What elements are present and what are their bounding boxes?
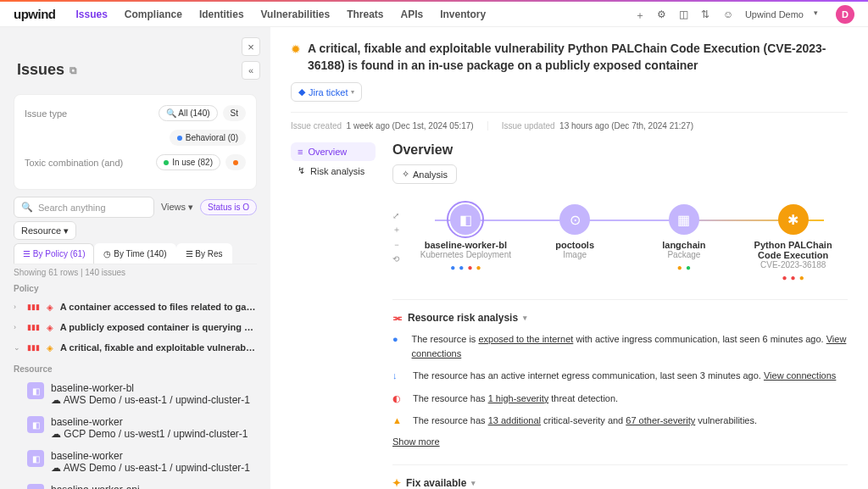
views-dropdown[interactable]: Views ▾ <box>161 202 193 213</box>
main-nav: IssuesComplianceIdentitiesVulnerabilitie… <box>76 8 487 20</box>
timestamps: Issue created 1 week ago (Dec 1st, 2024 … <box>291 112 848 131</box>
search-input[interactable]: 🔍 Search anything <box>14 197 154 218</box>
filter-pill[interactable]: 🔍 All (140) <box>159 105 217 121</box>
person-icon[interactable]: ☺ <box>723 8 735 20</box>
avatar[interactable]: D <box>836 5 854 24</box>
sidenav-risk-analysis[interactable]: ↯Risk analysis <box>291 161 376 181</box>
topbar: upwind IssuesComplianceIdentitiesVulnera… <box>0 2 868 27</box>
gear-icon[interactable]: ⚙ <box>657 8 669 20</box>
resource-section-label: Resource <box>14 364 257 374</box>
resource-dropdown[interactable]: Resource ▾ <box>14 221 76 240</box>
analysis-button[interactable]: ✧ Analysis <box>392 164 457 184</box>
graph-node[interactable]: ⊙poctoolsImage <box>524 204 626 259</box>
risk-analysis-heading[interactable]: ⫘ Resource risk analysis ▾ <box>392 312 848 324</box>
expand-icon[interactable]: ⤢ <box>392 211 401 220</box>
resource-icon: ◧ <box>27 416 44 433</box>
nav-inventory[interactable]: Inventory <box>440 8 486 20</box>
show-more-link[interactable]: Show more <box>392 436 440 447</box>
resource-row[interactable]: ◧baseline-worker-api☁ AWS Demo / us-east… <box>0 479 270 489</box>
jira-ticket-button[interactable]: ◆ Jira ticket ▾ <box>291 82 362 102</box>
row-count: Showing 61 rows | 140 issues <box>14 268 257 277</box>
risk-icon: ⫘ <box>392 312 403 324</box>
nav-issues[interactable]: Issues <box>76 8 108 20</box>
risk-item: ◐The resource has 1 high-severity threat… <box>392 392 848 406</box>
risk-item: ▲The resource has 13 additional critical… <box>392 414 848 428</box>
issues-sidebar: × « Issues ⧉ Issue type 🔍 All (140)St Be… <box>0 27 270 489</box>
status-filter-pill[interactable]: Status is O <box>200 199 257 215</box>
filter-pill[interactable]: St <box>223 105 246 121</box>
panel-title: Issues ⧉ <box>0 44 270 87</box>
filter-pill[interactable] <box>225 154 246 170</box>
logo: upwind <box>14 7 56 21</box>
policy-row[interactable]: ⌄▮▮▮◈A critical, fixable and exploitable… <box>0 337 270 358</box>
resource-row[interactable]: ◧baseline-worker-bl☁ AWS Demo / us-east-… <box>0 377 270 411</box>
collapse-button[interactable]: « <box>242 61 260 80</box>
policy-row[interactable]: ›▮▮▮◈A publicly exposed container is que… <box>0 317 270 337</box>
grouping-tabs: ☰ By Policy (61)◷ By Time (140)☰ By Res <box>14 243 257 264</box>
resource-icon: ◧ <box>27 382 44 399</box>
graph-node[interactable]: ◧baseline-worker-blKubernetes Deployment… <box>415 204 516 272</box>
org-label[interactable]: Upwind Demo <box>745 9 804 19</box>
nav-vulnerabilities[interactable]: Vulnerabilities <box>261 8 331 20</box>
risk-item: ●The resource is exposed to the internet… <box>392 332 848 360</box>
issue-detail: ✹ A critical, fixable and exploitable vu… <box>270 27 868 489</box>
chevron-down-icon: ▾ <box>471 479 476 487</box>
filter-label-toxic: Toxic combination (and) <box>25 158 123 168</box>
risk-item: ↓The resource has an active internet egr… <box>392 369 848 383</box>
external-link-icon[interactable]: ⧉ <box>70 64 77 76</box>
jira-icon: ◆ <box>298 86 305 97</box>
zoom-out-icon[interactable]: － <box>392 239 401 251</box>
nav-apis[interactable]: APIs <box>401 8 424 20</box>
plus-icon[interactable]: ＋ <box>635 8 647 20</box>
sidenav-overview[interactable]: ≡Overview <box>291 142 376 161</box>
severity-icon: ✹ <box>291 42 301 56</box>
zoom-in-icon[interactable]: ＋ <box>392 224 401 236</box>
resource-graph: ⤢ ＋ － ⟲ ◧baseline-worker-blKubernetes De… <box>392 204 848 282</box>
wand-icon: ✧ <box>402 169 409 180</box>
filter-pill[interactable]: In use (82) <box>156 154 220 170</box>
topbar-actions: ＋ ⚙ ◫ ⇅ ☺ Upwind Demo ▾ D <box>635 5 854 24</box>
issue-title: A critical, fixable and exploitable vuln… <box>308 41 848 74</box>
activity-icon[interactable]: ⇅ <box>701 8 713 20</box>
graph-node[interactable]: ▦langchainPackage●● <box>633 204 735 272</box>
detail-side-nav: ≡Overview↯Risk analysis <box>291 142 376 489</box>
chevron-down-icon[interactable]: ▾ <box>814 8 826 20</box>
search-icon: 🔍 <box>21 202 33 213</box>
resource-row[interactable]: ◧baseline-worker☁ GCP Demo / us-west1 / … <box>0 411 270 445</box>
close-button[interactable]: × <box>242 37 260 56</box>
fix-available-heading[interactable]: ✦ Fix available ▾ <box>392 477 848 489</box>
fix-icon: ✦ <box>392 477 401 489</box>
panel-icon[interactable]: ◫ <box>679 8 691 20</box>
tab-by-res[interactable]: ☰ By Res <box>176 243 232 264</box>
policy-row[interactable]: ›▮▮▮◈A container accessed to files relat… <box>0 297 270 317</box>
chevron-down-icon: ▾ <box>523 314 527 322</box>
overview-heading: Overview <box>392 142 848 158</box>
nav-compliance[interactable]: Compliance <box>125 8 182 20</box>
nav-threats[interactable]: Threats <box>347 8 383 20</box>
nav-identities[interactable]: Identities <box>199 8 244 20</box>
chevron-down-icon: ▾ <box>351 88 354 96</box>
tab-by-time-[interactable]: ◷ By Time (140) <box>94 243 175 264</box>
resource-icon: ◧ <box>27 484 44 489</box>
graph-node[interactable]: ✱Python PALChain Code ExecutionCVE-2023-… <box>743 204 844 282</box>
filter-label-issue-type: Issue type <box>25 108 67 119</box>
tab-by-policy-[interactable]: ☰ By Policy (61) <box>14 243 94 264</box>
filter-pill[interactable]: Behavioral (0) <box>170 130 246 146</box>
filter-card: Issue type 🔍 All (140)St Behavioral (0) … <box>14 94 257 190</box>
policy-section-label: Policy <box>14 284 257 293</box>
reset-icon[interactable]: ⟲ <box>392 254 401 264</box>
resource-row[interactable]: ◧baseline-worker☁ AWS Demo / us-east-1 /… <box>0 445 270 479</box>
resource-icon: ◧ <box>27 450 44 467</box>
